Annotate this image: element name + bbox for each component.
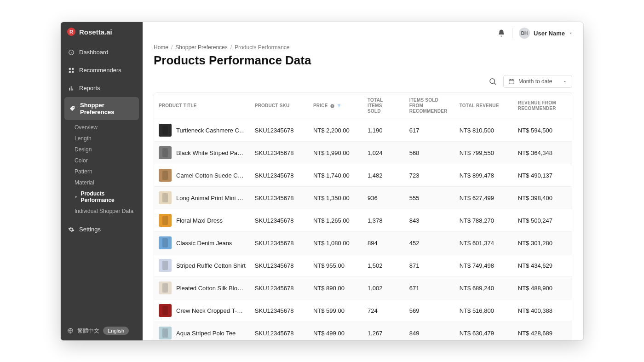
table-row[interactable]: Floral Maxi Dress SKU12345678 NT$ 1,265.…	[154, 209, 572, 232]
product-thumb	[159, 169, 172, 182]
search-icon	[489, 77, 497, 86]
product-title: Striped Ruffle Cotton Shirt	[176, 262, 246, 269]
breadcrumb-home[interactable]: Home	[154, 44, 168, 51]
brand: R Rosetta.ai	[61, 22, 143, 40]
table-row[interactable]: Striped Ruffle Cotton Shirt SKU12345678 …	[154, 254, 572, 277]
subnav-item-length[interactable]: Length	[61, 133, 143, 144]
sidebar-item-label: Shopper Preferences	[80, 102, 134, 115]
col-total-revenue[interactable]: TOTAL REVENUE	[455, 93, 513, 119]
user-menu[interactable]: DH User Name	[519, 28, 573, 39]
table-row[interactable]: Pleated Cotton Silk Blous… SKU12345678 N…	[154, 277, 572, 299]
items-sold-recommender: 849	[405, 322, 455, 341]
language-option-zh[interactable]: 繁體中文	[77, 327, 99, 335]
total-items-sold: 936	[363, 187, 405, 209]
total-items-sold: 1,482	[363, 164, 405, 187]
table-row[interactable]: Long Animal Print Mini Sk… SKU12345678 N…	[154, 187, 572, 209]
sidebar-item-label: Recommenders	[79, 67, 121, 74]
user-name: User Name	[534, 30, 565, 37]
date-range-picker[interactable]: Month to date	[503, 75, 572, 88]
product-title: Classic Denim Jeans	[176, 240, 232, 247]
breadcrumb-shopper-preferences[interactable]: Shopper Preferences	[175, 44, 227, 51]
calendar-icon	[508, 78, 515, 85]
product-price: NT$ 890.00	[309, 277, 363, 299]
subnav-item-color[interactable]: Color	[61, 155, 143, 166]
col-items-sold-recommender[interactable]: ITEMS SOLD FROM RECOMMENDER	[405, 93, 455, 119]
product-title: Pleated Cotton Silk Blous…	[176, 285, 246, 292]
svg-rect-8	[71, 86, 72, 90]
total-items-sold: 894	[363, 232, 405, 254]
svg-rect-4	[72, 68, 74, 69]
sidebar-item-label: Reports	[79, 85, 100, 92]
svg-rect-7	[69, 87, 70, 90]
table-row[interactable]: Crew Neck Cropped T-S… SKU12345678 NT$ 5…	[154, 299, 572, 322]
total-items-sold: 1,024	[363, 142, 405, 164]
sidebar-item-reports[interactable]: Reports	[61, 79, 143, 97]
breadcrumb-current: Products Performance	[235, 44, 289, 51]
sort-icon	[199, 103, 203, 108]
subnav-item-design[interactable]: Design	[61, 144, 143, 155]
table-row[interactable]: Turtleneck Cashmere Coat SKU12345678 NT$…	[154, 119, 572, 142]
content: Home / Shopper Preferences / Products Pe…	[143, 42, 583, 340]
svg-rect-5	[69, 71, 71, 73]
sidebar-item-label: Dashboard	[79, 49, 109, 56]
product-thumb	[159, 124, 172, 137]
sidebar-item-dashboard[interactable]: Dashboard	[61, 43, 143, 61]
product-sku: SKU12345678	[250, 142, 309, 164]
col-product-title[interactable]: PRODUCT TITLE	[154, 93, 250, 119]
product-sku: SKU12345678	[250, 119, 309, 142]
table-row[interactable]: Camel Cotton Suede Coat SKU12345678 NT$ …	[154, 164, 572, 187]
subnav-item-pattern[interactable]: Pattern	[61, 166, 143, 177]
info-icon	[68, 49, 75, 56]
subnav-item-material[interactable]: Material	[61, 177, 143, 188]
gear-icon	[68, 226, 75, 233]
col-product-sku[interactable]: PRODUCT SKU	[250, 93, 309, 119]
product-sku: SKU12345678	[250, 254, 309, 277]
total-revenue: NT$ 899,478	[455, 164, 513, 187]
revenue-recommender: NT$ 500,247	[513, 209, 572, 232]
product-thumb	[159, 236, 172, 249]
table-row[interactable]: Aqua Striped Polo Tee SKU12345678 NT$ 49…	[154, 322, 572, 341]
table-row[interactable]: Classic Denim Jeans SKU12345678 NT$ 1,08…	[154, 232, 572, 254]
sidebar-item-settings[interactable]: Settings	[61, 220, 143, 238]
product-title: Black White Striped Pant…	[176, 149, 246, 156]
sort-icon	[449, 103, 450, 108]
revenue-recommender: NT$ 434,629	[513, 254, 572, 277]
sidebar-item-recommenders[interactable]: Recommenders	[61, 61, 143, 79]
product-price: NT$ 1,350.00	[309, 187, 363, 209]
total-revenue: NT$ 689,240	[455, 277, 513, 299]
brand-name: Rosetta.ai	[79, 28, 112, 36]
table-row[interactable]: Black White Striped Pant… SKU12345678 NT…	[154, 142, 572, 164]
total-items-sold: 1,502	[363, 254, 405, 277]
subnav-label: Color	[75, 157, 88, 164]
subnav-item-individual-shopper-data[interactable]: Individual Shopper Data	[61, 206, 143, 217]
language-option-en[interactable]: English	[103, 327, 129, 335]
total-items-sold: 1,267	[363, 322, 405, 341]
total-revenue: NT$ 601,374	[455, 232, 513, 254]
col-revenue-recommender[interactable]: REVENUE FROM RECOMMENDER	[513, 93, 572, 119]
sort-icon	[397, 103, 400, 108]
items-sold-recommender: 871	[405, 254, 455, 277]
product-thumb	[159, 259, 172, 272]
svg-rect-21	[338, 106, 339, 106]
col-price[interactable]: PRICE ?	[309, 93, 363, 119]
product-title: Turtleneck Cashmere Coat	[176, 127, 246, 134]
subnav-item-overview[interactable]: Overview	[61, 122, 143, 133]
subnav-item-products-performance[interactable]: Products Performance	[61, 188, 143, 206]
product-price: NT$ 1,265.00	[309, 209, 363, 232]
subnav-label: Products Performance	[80, 190, 135, 203]
product-price: NT$ 499.00	[309, 322, 363, 341]
total-revenue: NT$ 630,479	[455, 322, 513, 341]
breadcrumb-sep: /	[230, 44, 232, 51]
search-button[interactable]	[489, 77, 497, 86]
product-price: NT$ 955.00	[309, 254, 363, 277]
main: DH User Name Home / Shopper Preferences …	[143, 22, 583, 340]
product-price: NT$ 599.00	[309, 299, 363, 322]
product-thumb	[159, 304, 172, 317]
header-label: REVENUE FROM RECOMMENDER	[518, 100, 563, 111]
date-range-label: Month to date	[518, 78, 552, 85]
header-label: PRODUCT SKU	[255, 103, 290, 109]
sidebar-item-shopper-preferences[interactable]: Shopper Preferences	[64, 97, 139, 120]
col-total-items-sold[interactable]: TOTAL ITEMS SOLD	[363, 93, 405, 119]
product-sku: SKU12345678	[250, 164, 309, 187]
notifications-button[interactable]	[497, 29, 506, 37]
